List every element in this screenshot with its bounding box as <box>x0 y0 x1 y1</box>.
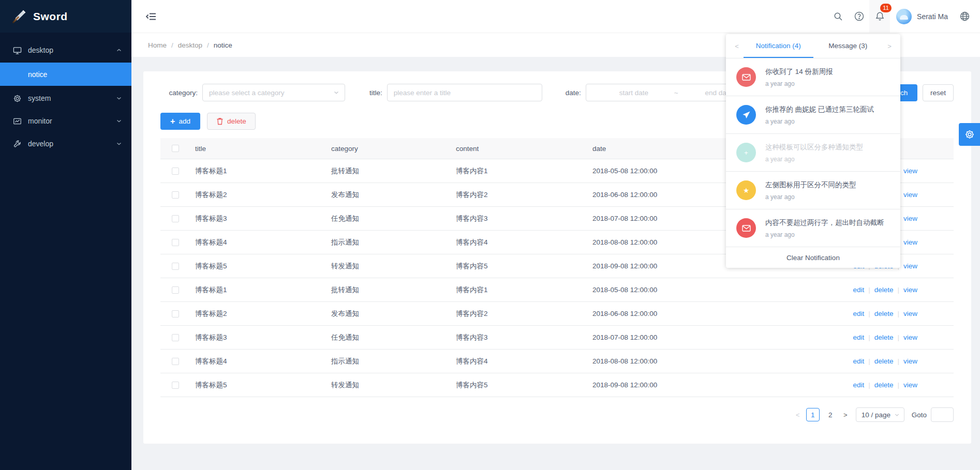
add-button[interactable]: + add <box>160 113 200 130</box>
sidebar-item-desktop[interactable]: desktop <box>0 39 131 62</box>
search-button[interactable] <box>828 0 849 33</box>
language-button[interactable] <box>954 0 975 33</box>
date-label: date: <box>566 89 581 97</box>
view-link[interactable]: view <box>903 286 917 294</box>
operation-separator: | <box>897 333 899 341</box>
sidebar-menu: desktop notice system <box>0 33 131 155</box>
notification-item[interactable]: + 这种模板可以区分多种通知类型 a year ago <box>726 133 900 171</box>
row-checkbox[interactable] <box>172 286 179 294</box>
sidebar-item-notice[interactable]: notice <box>0 63 131 86</box>
cell-title: 博客标题4 <box>191 357 331 366</box>
app-logo[interactable]: Sword <box>0 0 131 33</box>
delete-button[interactable]: delete <box>207 113 256 130</box>
row-checkbox[interactable] <box>172 334 179 341</box>
tabs-next-arrow[interactable]: > <box>883 34 896 58</box>
sidebar-item-monitor[interactable]: monitor <box>0 110 131 132</box>
table-row[interactable]: 博客标题5 转发通知 博客内容5 2018-09-08 12:00:00 edi… <box>160 373 954 397</box>
user-menu[interactable]: Serati Ma <box>890 9 954 24</box>
tab-message[interactable]: Message (3) <box>813 34 883 58</box>
goto-label: Goto <box>912 411 927 419</box>
sidebar-collapse-button[interactable] <box>144 9 158 24</box>
clear-notification-button[interactable]: Clear Notification <box>726 247 900 268</box>
operation-separator: | <box>897 310 899 317</box>
page-button-1[interactable]: 1 <box>806 408 820 421</box>
breadcrumb-home[interactable]: Home <box>148 41 167 49</box>
row-checkbox[interactable] <box>172 215 179 222</box>
notification-time: a year ago <box>765 193 892 201</box>
help-button[interactable] <box>849 0 869 33</box>
cell-content: 博客内容3 <box>456 214 592 223</box>
view-link[interactable]: view <box>903 357 917 365</box>
cell-date: 2018-09-08 12:00:00 <box>592 381 748 389</box>
breadcrumb-desktop[interactable]: desktop <box>178 41 202 49</box>
edit-link[interactable]: edit <box>853 310 864 317</box>
category-select[interactable]: please select a category <box>202 84 345 101</box>
reset-button[interactable]: reset <box>923 84 954 101</box>
cell-operations: edit|delete|view <box>748 381 954 389</box>
view-link[interactable]: view <box>903 381 917 389</box>
notification-item[interactable]: 内容不要超过两行字，超出时自动截断 a year ago <box>726 209 900 247</box>
cell-operations: edit|delete|view <box>748 310 954 317</box>
table-row[interactable]: 博客标题3 任免通知 博客内容3 2018-07-08 12:00:00 edi… <box>160 326 954 350</box>
notification-item[interactable]: 你推荐的 曲妮妮 已通过第三轮面试 a year ago <box>726 96 900 133</box>
view-link[interactable]: view <box>903 333 917 341</box>
notifications-button[interactable]: 11 <box>869 0 890 33</box>
theme-settings-button[interactable] <box>959 123 980 146</box>
row-checkbox[interactable] <box>172 168 179 175</box>
delete-link[interactable]: delete <box>874 286 894 294</box>
page-size-select[interactable]: 10 / page <box>856 407 904 422</box>
sidebar-item-label: system <box>28 94 116 102</box>
cell-content: 博客内容5 <box>456 381 592 390</box>
edit-link[interactable]: edit <box>853 381 864 389</box>
edit-link[interactable]: edit <box>853 357 864 365</box>
sidebar-item-develop[interactable]: develop <box>0 132 131 155</box>
cell-content: 博客内容4 <box>456 238 592 247</box>
cell-category: 指示通知 <box>331 357 456 366</box>
start-date-placeholder: start date <box>593 89 674 97</box>
app-root: Sword desktop notice <box>0 0 980 470</box>
view-link[interactable]: view <box>903 215 917 222</box>
notification-list: 你收到了 14 份新周报 a year ago 你推荐的 曲妮妮 已通过第三轮面… <box>726 58 900 247</box>
cell-date: 2018-07-08 12:00:00 <box>592 215 748 222</box>
tabs-prev-arrow[interactable]: < <box>730 34 744 58</box>
row-checkbox[interactable] <box>172 358 179 365</box>
row-checkbox[interactable] <box>172 239 179 246</box>
row-checkbox[interactable] <box>172 191 179 199</box>
edit-link[interactable]: edit <box>853 333 864 341</box>
notification-item[interactable]: 你收到了 14 份新周报 a year ago <box>726 58 900 96</box>
delete-button-label: delete <box>227 117 246 125</box>
delete-link[interactable]: delete <box>874 381 894 389</box>
cell-date: 2018-05-08 12:00:00 <box>592 167 748 175</box>
row-checkbox[interactable] <box>172 263 179 270</box>
view-link[interactable]: view <box>903 191 917 199</box>
view-link[interactable]: view <box>903 167 917 175</box>
prev-page-button[interactable]: < <box>792 408 804 421</box>
delete-link[interactable]: delete <box>874 310 894 317</box>
view-link[interactable]: view <box>903 310 917 317</box>
table-row[interactable]: 博客标题1 批转通知 博客内容1 2018-05-08 12:00:00 edi… <box>160 278 954 302</box>
chevron-down-icon <box>333 89 339 96</box>
table-row[interactable]: 博客标题4 指示通知 博客内容4 2018-08-08 12:00:00 edi… <box>160 350 954 373</box>
select-all-cell <box>160 145 191 152</box>
mail-icon <box>736 218 756 238</box>
sidebar-item-system[interactable]: system <box>0 87 131 110</box>
cell-title: 博客标题3 <box>191 214 331 223</box>
title-input[interactable]: please enter a title <box>387 84 542 101</box>
tab-notification[interactable]: Notification (4) <box>744 34 813 58</box>
next-page-button[interactable]: > <box>839 408 852 421</box>
view-link[interactable]: view <box>903 262 917 270</box>
row-checkbox[interactable] <box>172 310 179 317</box>
edit-link[interactable]: edit <box>853 286 864 294</box>
delete-link[interactable]: delete <box>874 333 894 341</box>
view-link[interactable]: view <box>903 238 917 246</box>
operation-separator: | <box>897 381 899 389</box>
goto-page-input[interactable] <box>931 407 954 422</box>
select-all-checkbox[interactable] <box>172 145 179 152</box>
delete-link[interactable]: delete <box>874 357 894 365</box>
page-button-2[interactable]: 2 <box>824 408 837 421</box>
notification-item[interactable]: ★ 左侧图标用于区分不同的类型 a year ago <box>726 171 900 209</box>
app-title: Sword <box>33 10 68 23</box>
table-row[interactable]: 博客标题2 发布通知 博客内容2 2018-06-08 12:00:00 edi… <box>160 302 954 326</box>
topbar: 11 Serati Ma <box>131 0 980 33</box>
row-checkbox[interactable] <box>172 382 179 389</box>
